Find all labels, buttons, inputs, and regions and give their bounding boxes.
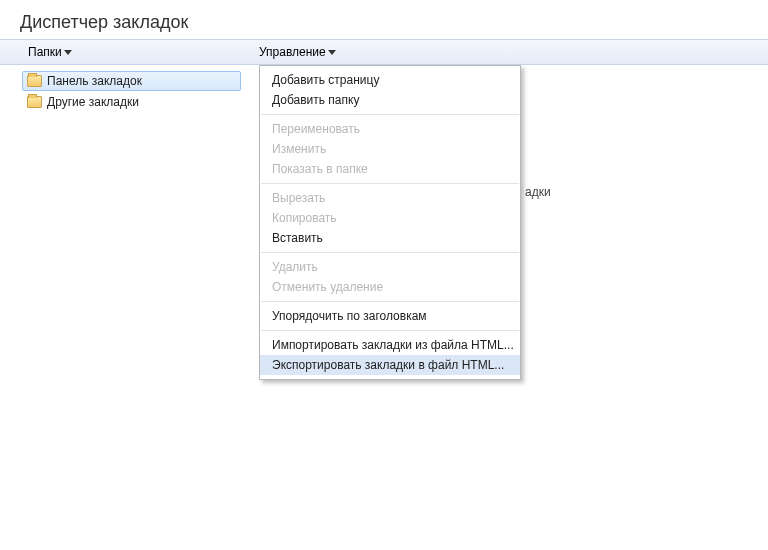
sidebar-item-label: Другие закладки: [47, 95, 139, 109]
chevron-down-icon: [328, 50, 336, 55]
menu-item-copy: Копировать: [260, 208, 520, 228]
main-body: Панель закладок Другие закладки адки Доб…: [0, 65, 768, 547]
menu-item-edit: Изменить: [260, 139, 520, 159]
chevron-down-icon: [64, 50, 72, 55]
sidebar-item-other-bookmarks[interactable]: Другие закладки: [22, 92, 241, 112]
menu-separator: [261, 183, 519, 184]
sidebar-item-label: Панель закладок: [47, 74, 142, 88]
menu-separator: [261, 114, 519, 115]
menu-item-sort-by-title[interactable]: Упорядочить по заголовкам: [260, 306, 520, 326]
obscured-content-text: адки: [525, 185, 551, 199]
menu-item-add-page[interactable]: Добавить страницу: [260, 70, 520, 90]
menu-separator: [261, 252, 519, 253]
folder-icon: [27, 96, 42, 108]
menu-separator: [261, 301, 519, 302]
menu-item-delete: Удалить: [260, 257, 520, 277]
menu-item-rename: Переименовать: [260, 119, 520, 139]
menu-item-export-html[interactable]: Экспортировать закладки в файл HTML...: [260, 355, 520, 375]
sidebar-item-bookmarks-bar[interactable]: Панель закладок: [22, 71, 241, 91]
menu-item-show-in-folder: Показать в папке: [260, 159, 520, 179]
menu-item-add-folder[interactable]: Добавить папку: [260, 90, 520, 110]
toolbar-left-col: Папки: [0, 40, 255, 64]
manage-dropdown-label: Управление: [259, 45, 326, 59]
menu-item-undo-delete: Отменить удаление: [260, 277, 520, 297]
toolbar-right-col: Управление: [255, 40, 768, 64]
page-title: Диспетчер закладок: [0, 0, 768, 39]
menu-separator: [261, 330, 519, 331]
menu-item-import-html[interactable]: Импортировать закладки из файла HTML...: [260, 335, 520, 355]
sidebar: Панель закладок Другие закладки: [0, 65, 255, 547]
folder-icon: [27, 75, 42, 87]
menu-item-cut: Вырезать: [260, 188, 520, 208]
toolbar: Папки Управление: [0, 39, 768, 65]
menu-item-paste[interactable]: Вставить: [260, 228, 520, 248]
manage-menu: Добавить страницу Добавить папку Переиме…: [259, 65, 521, 380]
folders-dropdown-label: Папки: [28, 45, 62, 59]
folders-dropdown[interactable]: Папки: [28, 40, 72, 64]
content-pane: адки Добавить страницу Добавить папку Пе…: [255, 65, 768, 547]
manage-dropdown[interactable]: Управление: [259, 40, 336, 64]
